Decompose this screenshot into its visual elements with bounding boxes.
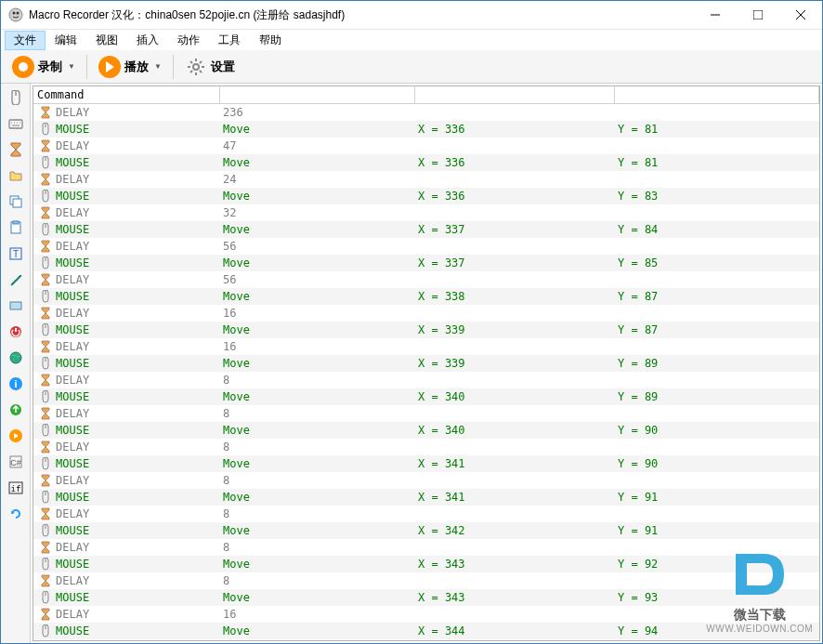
minimize-button[interactable]	[694, 1, 737, 29]
mouse-icon[interactable]	[6, 87, 26, 108]
table-row[interactable]: DELAY8	[33, 372, 819, 388]
gear-icon	[185, 56, 207, 78]
table-row[interactable]: DELAY8	[33, 506, 819, 522]
cell-command: DELAY	[56, 173, 89, 186]
table-row[interactable]: DELAY8	[33, 572, 819, 589]
table-row[interactable]: DELAY16	[33, 338, 819, 355]
open-icon[interactable]	[6, 165, 26, 186]
cell-x	[414, 305, 614, 322]
table-row[interactable]: DELAY47	[33, 138, 819, 154]
table-row[interactable]: DELAY16	[33, 606, 819, 623]
maximize-button[interactable]	[737, 1, 779, 29]
cell-y	[614, 572, 819, 589]
table-row[interactable]: DELAY16	[33, 639, 819, 642]
column-header-command[interactable]: Command	[33, 86, 219, 104]
cell-y	[614, 639, 819, 642]
svg-point-0	[9, 8, 22, 21]
table-row[interactable]: MOUSEMoveX = 339Y = 87	[33, 322, 819, 338]
column-header-4[interactable]	[614, 86, 819, 104]
table-row[interactable]: MOUSEMoveX = 340Y = 89	[33, 388, 819, 405]
cell-command: MOUSE	[56, 524, 89, 537]
menu-item-3[interactable]: 插入	[127, 31, 168, 50]
playcircle-icon[interactable]	[6, 426, 26, 446]
command-table-wrap[interactable]: Command DELAY236MOUSEMoveX = 336Y = 81DE…	[33, 85, 820, 641]
cell-x	[414, 539, 614, 556]
menu-item-0[interactable]: 文件	[5, 31, 46, 50]
main-area: TiC#if Command DELAY236MOUSEMoveX = 336Y…	[1, 84, 822, 643]
table-row[interactable]: DELAY56	[33, 238, 819, 255]
table-row[interactable]: MOUSEMoveX = 343Y = 93	[33, 589, 819, 606]
table-row[interactable]: MOUSEMoveX = 340Y = 90	[33, 422, 819, 439]
table-row[interactable]: DELAY16	[33, 305, 819, 322]
table-row[interactable]: MOUSEMoveX = 337Y = 85	[33, 255, 819, 271]
close-button[interactable]	[779, 1, 822, 29]
sidebar: TiC#if	[1, 84, 31, 643]
cell-param: Move	[219, 288, 414, 305]
column-header-2[interactable]	[219, 86, 414, 104]
cell-param: Move	[219, 154, 414, 171]
menu-item-1[interactable]: 编辑	[46, 31, 86, 50]
refresh-icon[interactable]	[6, 504, 26, 524]
table-row[interactable]: DELAY32	[33, 204, 819, 221]
table-row[interactable]: MOUSEMoveX = 337Y = 84	[33, 221, 819, 238]
cell-param: Move	[219, 623, 414, 639]
cell-x: X = 337	[414, 255, 614, 271]
table-row[interactable]: MOUSEMoveX = 341Y = 91	[33, 489, 819, 506]
cell-y: Y = 91	[614, 522, 819, 539]
table-row[interactable]: MOUSEMoveX = 344Y = 94	[33, 623, 819, 639]
cell-x: X = 340	[414, 422, 614, 439]
cell-param: 16	[219, 606, 414, 623]
menu-item-6[interactable]: 帮助	[250, 31, 291, 50]
table-row[interactable]: DELAY24	[33, 171, 819, 188]
table-row[interactable]: DELAY236	[33, 104, 819, 121]
table-row[interactable]: DELAY8	[33, 472, 819, 489]
cell-y	[614, 338, 819, 355]
upload-icon[interactable]	[6, 400, 26, 420]
cell-x	[414, 506, 614, 522]
table-row[interactable]: DELAY56	[33, 271, 819, 288]
table-row[interactable]: MOUSEMoveX = 341Y = 90	[33, 455, 819, 472]
svg-line-12	[190, 61, 192, 63]
table-row[interactable]: DELAY8	[33, 405, 819, 422]
cell-y	[614, 104, 819, 121]
hourglass-icon[interactable]	[6, 139, 26, 160]
csharp-icon[interactable]: C#	[6, 452, 26, 472]
table-row[interactable]: DELAY8	[33, 439, 819, 455]
keyboard-icon[interactable]	[6, 113, 26, 134]
table-row[interactable]: MOUSEMoveX = 336Y = 83	[33, 188, 819, 204]
cell-y: Y = 81	[614, 121, 819, 138]
svg-rect-24	[13, 199, 21, 207]
table-row[interactable]: MOUSEMoveX = 342Y = 91	[33, 522, 819, 539]
table-row[interactable]: MOUSEMoveX = 343Y = 92	[33, 556, 819, 572]
info-icon[interactable]: i	[6, 374, 26, 394]
cell-command: DELAY	[56, 641, 89, 642]
paste-icon[interactable]	[6, 217, 26, 238]
menu-item-5[interactable]: 工具	[209, 31, 250, 50]
copy-icon[interactable]	[6, 191, 26, 212]
if-icon[interactable]: if	[6, 478, 26, 498]
cell-param: 56	[219, 238, 414, 255]
power-icon[interactable]	[6, 322, 26, 342]
cell-x	[414, 138, 614, 154]
cell-y: Y = 81	[614, 154, 819, 171]
column-header-3[interactable]	[414, 86, 614, 104]
table-row[interactable]: MOUSEMoveX = 336Y = 81	[33, 154, 819, 171]
menu-item-4[interactable]: 动作	[168, 31, 209, 50]
cell-x: X = 343	[414, 556, 614, 572]
table-row[interactable]: MOUSEMoveX = 338Y = 87	[33, 288, 819, 305]
tool1-icon[interactable]	[6, 296, 26, 316]
menu-item-2[interactable]: 视图	[86, 31, 127, 50]
cell-command: DELAY	[56, 273, 89, 286]
settings-button[interactable]: 设置	[179, 53, 241, 81]
separator	[86, 55, 87, 79]
table-row[interactable]: DELAY8	[33, 539, 819, 556]
cell-x: X = 336	[414, 154, 614, 171]
eyedropper-icon[interactable]	[6, 269, 26, 290]
cell-x	[414, 472, 614, 489]
table-row[interactable]: MOUSEMoveX = 339Y = 89	[33, 355, 819, 372]
text-icon[interactable]: T	[6, 243, 26, 264]
globe-icon[interactable]	[6, 348, 26, 368]
table-row[interactable]: MOUSEMoveX = 336Y = 81	[33, 121, 819, 138]
play-button[interactable]: 播放 ▼	[93, 53, 167, 81]
record-button[interactable]: 录制 ▼	[7, 53, 81, 81]
